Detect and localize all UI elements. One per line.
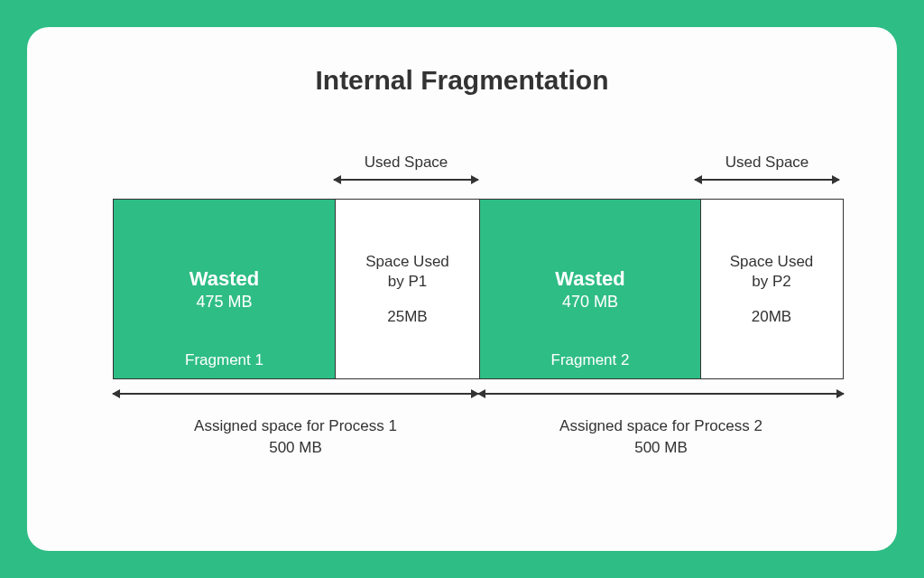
fragment-name-1: Fragment 1	[114, 351, 335, 369]
used-by-line2-2: by P2	[752, 273, 790, 290]
wasted-segment-2: Wasted 470 MB Fragment 2	[479, 200, 700, 378]
used-segment-2: Space Used by P2 20MB	[700, 200, 842, 378]
wasted-title-1: Wasted	[189, 267, 259, 291]
diagram-canvas: Internal Fragmentation Used Space Used S…	[27, 27, 897, 551]
used-space-arrow-2	[695, 179, 839, 181]
used-by-line1-1: Space Used	[365, 253, 449, 270]
wasted-segment-1: Wasted 475 MB Fragment 1	[114, 200, 335, 378]
assigned-size-1: 500 MB	[269, 439, 322, 456]
used-by-line2-1: by P1	[388, 273, 427, 290]
memory-block: Wasted 475 MB Fragment 1 Space Used by P…	[113, 199, 844, 379]
assigned-label-2: Assigned space for Process 2 500 MB	[478, 415, 844, 459]
wasted-size-2: 470 MB	[562, 293, 618, 312]
fragment-name-2: Fragment 2	[480, 351, 700, 369]
used-by-line1-2: Space Used	[730, 253, 814, 270]
wasted-title-2: Wasted	[555, 267, 624, 291]
used-space-label-2: Used Space	[704, 154, 830, 172]
assigned-text-2: Assigned space for Process 2	[559, 417, 762, 434]
used-segment-1: Space Used by P1 25MB	[335, 200, 479, 378]
assigned-size-2: 500 MB	[634, 439, 688, 456]
used-space-label-1: Used Space	[343, 154, 469, 172]
assigned-arrow-1	[113, 393, 478, 395]
assigned-text-1: Assigned space for Process 1	[194, 417, 397, 434]
wasted-size-1: 475 MB	[196, 293, 252, 312]
assigned-arrow-2	[478, 393, 844, 395]
used-size-2: 20MB	[752, 308, 791, 326]
used-space-arrow-1	[334, 179, 478, 181]
diagram-title: Internal Fragmentation	[27, 65, 897, 96]
assigned-label-1: Assigned space for Process 1 500 MB	[113, 415, 478, 459]
used-size-1: 25MB	[387, 308, 427, 326]
